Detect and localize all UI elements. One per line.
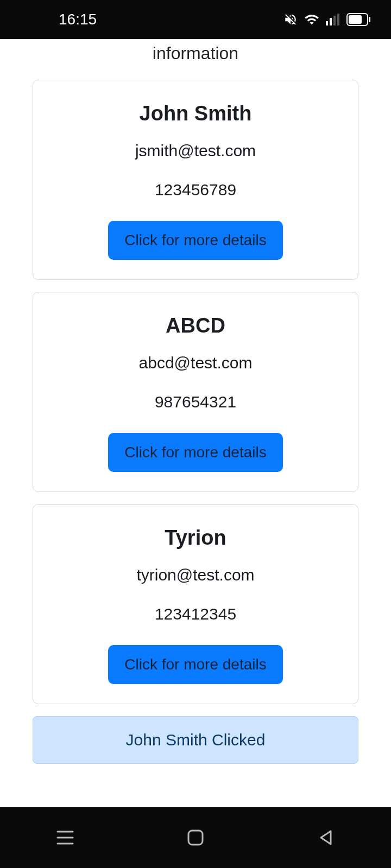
mute-icon: [283, 12, 298, 27]
status-time: 16:15: [59, 11, 97, 28]
details-button[interactable]: Click for more details: [108, 433, 282, 472]
battery-icon: [346, 13, 370, 26]
contact-phone: 123412345: [49, 605, 342, 623]
svg-rect-6: [349, 15, 362, 24]
contact-name: John Smith: [49, 102, 342, 125]
svg-rect-10: [188, 831, 203, 845]
home-button[interactable]: [184, 826, 207, 849]
contact-phone: 123456789: [49, 181, 342, 199]
status-icons: [283, 12, 370, 27]
svg-rect-1: [330, 18, 332, 25]
status-bar: 16:15: [0, 0, 391, 39]
details-button[interactable]: Click for more details: [108, 221, 282, 260]
svg-rect-5: [369, 17, 370, 22]
contact-card: ABCD abcd@test.com 987654321 Click for m…: [33, 292, 358, 492]
main-content: information John Smith jsmith@test.com 1…: [0, 39, 391, 807]
contact-name: ABCD: [49, 314, 342, 337]
toast-alert: John Smith Clicked: [33, 716, 358, 764]
svg-rect-0: [326, 21, 328, 25]
contact-email: abcd@test.com: [49, 354, 342, 372]
wifi-icon: [304, 12, 319, 27]
recents-button[interactable]: [54, 826, 77, 849]
contact-card: Tyrion tyrion@test.com 123412345 Click f…: [33, 504, 358, 704]
contact-email: jsmith@test.com: [49, 142, 342, 160]
page-title: information: [33, 43, 358, 63]
nav-bar: [0, 807, 391, 868]
contact-card: John Smith jsmith@test.com 123456789 Cli…: [33, 80, 358, 280]
details-button[interactable]: Click for more details: [108, 645, 282, 684]
contact-email: tyrion@test.com: [49, 566, 342, 584]
svg-rect-2: [333, 16, 336, 25]
contact-phone: 987654321: [49, 393, 342, 411]
toast-message: John Smith Clicked: [44, 731, 347, 749]
svg-rect-3: [337, 14, 339, 25]
back-button[interactable]: [314, 826, 337, 849]
signal-icon: [326, 14, 340, 25]
contact-name: Tyrion: [49, 526, 342, 550]
